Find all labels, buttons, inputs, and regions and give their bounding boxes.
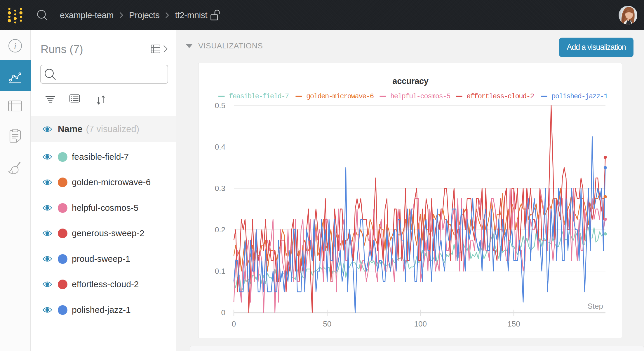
svg-text:0: 0 [221,308,225,317]
svg-text:0.1: 0.1 [215,267,225,275]
svg-text:0.5: 0.5 [215,101,225,110]
svg-text:150: 150 [507,320,520,328]
svg-text:100: 100 [414,320,427,328]
svg-text:Step: Step [588,302,603,310]
svg-text:0.3: 0.3 [215,184,225,193]
svg-text:0.2: 0.2 [215,225,225,234]
svg-text:i: i [14,41,17,51]
svg-text:0: 0 [232,320,236,328]
svg-text:0.4: 0.4 [215,143,225,151]
svg-text:50: 50 [323,320,331,328]
